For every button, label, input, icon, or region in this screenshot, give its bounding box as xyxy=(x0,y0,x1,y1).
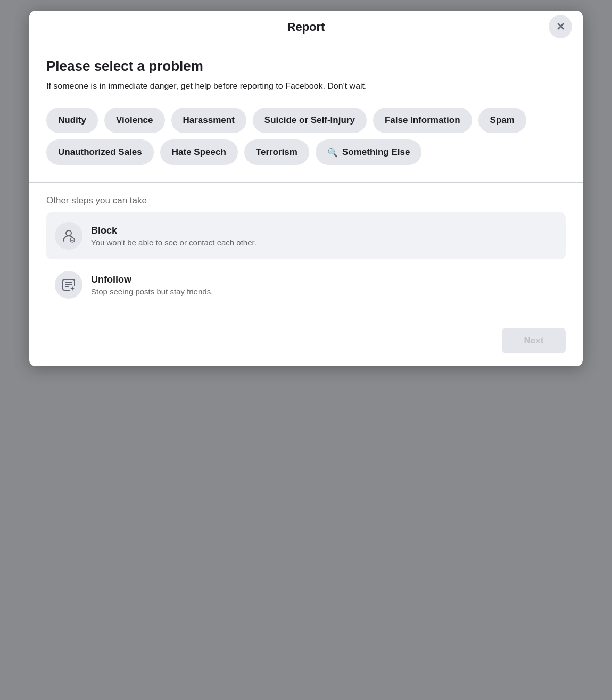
tag-label: Hate Speech xyxy=(172,147,226,158)
other-steps-title: Other steps you can take xyxy=(46,195,566,206)
tag-false-information[interactable]: False Information xyxy=(373,108,472,133)
tag-label: Spam xyxy=(490,115,515,126)
tag-label: Nudity xyxy=(58,115,86,126)
close-icon: ✕ xyxy=(556,20,565,33)
modal-overlay: Report ✕ Please select a problem If some… xyxy=(0,0,612,700)
tag-hate-speech[interactable]: Hate Speech xyxy=(160,139,238,165)
close-button[interactable]: ✕ xyxy=(549,15,572,38)
tag-label: Suicide or Self-Injury xyxy=(264,115,355,126)
unfollow-title: Unfollow xyxy=(91,274,213,285)
unfollow-action[interactable]: Unfollow Stop seeing posts but stay frie… xyxy=(46,261,566,308)
section-description: If someone is in immediate danger, get h… xyxy=(46,80,566,93)
modal-title: Report xyxy=(287,20,325,34)
tag-something-else[interactable]: 🔍 Something Else xyxy=(316,139,422,165)
tag-nudity[interactable]: Nudity xyxy=(46,108,98,133)
unfollow-text-group: Unfollow Stop seeing posts but stay frie… xyxy=(91,274,213,296)
tag-label: Unauthorized Sales xyxy=(58,147,142,158)
tag-spam[interactable]: Spam xyxy=(478,108,526,133)
section-heading: Please select a problem xyxy=(46,58,566,75)
tag-label: False Information xyxy=(385,115,460,126)
modal-header: Report ✕ xyxy=(29,11,583,43)
next-button[interactable]: Next xyxy=(502,328,566,353)
search-icon: 🔍 xyxy=(327,147,338,158)
unfollow-icon xyxy=(55,271,82,299)
block-title: Block xyxy=(91,225,257,236)
tag-suicide-self-injury[interactable]: Suicide or Self-Injury xyxy=(253,108,367,133)
tag-unauthorized-sales[interactable]: Unauthorized Sales xyxy=(46,139,154,165)
unfollow-description: Stop seeing posts but stay friends. xyxy=(91,287,213,296)
section-divider xyxy=(29,182,583,183)
tag-label: Terrorism xyxy=(256,147,297,158)
tag-harassment[interactable]: Harassment xyxy=(171,108,246,133)
tag-label: Something Else xyxy=(342,147,410,158)
block-text-group: Block You won't be able to see or contac… xyxy=(91,225,257,247)
tag-violence[interactable]: Violence xyxy=(104,108,165,133)
block-action[interactable]: Block You won't be able to see or contac… xyxy=(46,212,566,259)
block-icon xyxy=(55,222,82,250)
block-description: You won't be able to see or contact each… xyxy=(91,238,257,247)
modal-footer: Next xyxy=(29,317,583,366)
modal-body: Please select a problem If someone is in… xyxy=(29,43,583,308)
report-modal: Report ✕ Please select a problem If some… xyxy=(29,11,583,366)
tag-terrorism[interactable]: Terrorism xyxy=(244,139,309,165)
tags-container: Nudity Violence Harassment Suicide or Se… xyxy=(46,108,566,165)
tag-label: Harassment xyxy=(183,115,235,126)
svg-point-0 xyxy=(66,230,71,236)
tag-label: Violence xyxy=(116,115,153,126)
